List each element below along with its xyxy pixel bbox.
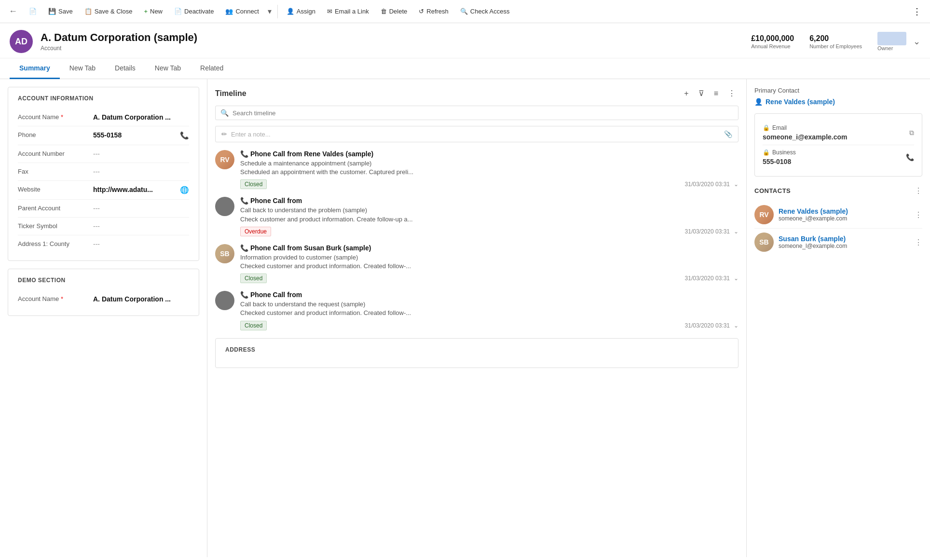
deactivate-button[interactable]: 📄 Deactivate [169, 5, 219, 18]
account-info-section: ACCOUNT INFORMATION Account Name * A. Da… [8, 87, 199, 261]
field-row-account-number: Account Number --- [18, 145, 189, 163]
timeline-item: RV 📞 Phone Call from Rene Valdes (sample… [215, 150, 739, 189]
save-close-button[interactable]: 📋 Save & Close [80, 5, 137, 18]
record-header: AD A. Datum Corporation (sample) Account… [0, 23, 930, 58]
field-row-fax: Fax --- [18, 163, 189, 181]
connect-button[interactable]: 👥 Connect [220, 5, 263, 18]
back-button[interactable]: ← [4, 3, 22, 19]
phone-call-icon: 📞 [240, 291, 248, 299]
note-placeholder-text[interactable]: Enter a note... [231, 131, 720, 138]
timeline-add-button[interactable]: + [681, 87, 691, 100]
phone-call-icon: 📞 [240, 150, 248, 158]
employees-value: 6,200 [809, 34, 862, 43]
primary-contact-link[interactable]: 👤 Rene Valdes (sample) [754, 98, 922, 106]
contact-name-susan[interactable]: Susan Burk (sample) [779, 235, 910, 243]
field-value-address-county[interactable]: --- [93, 240, 189, 248]
record-avatar: AD [10, 30, 33, 53]
primary-contact-label: Primary Contact [754, 87, 922, 94]
field-value-website[interactable]: http://www.adatu... [93, 186, 172, 193]
tab-newtab2[interactable]: New Tab [145, 58, 191, 79]
connect-icon: 👥 [225, 8, 233, 15]
owner-label: Owner [877, 45, 906, 51]
contact-item-more-susan[interactable]: ⋮ [915, 238, 922, 247]
timeline-list-button[interactable]: ≡ [711, 87, 721, 100]
paperclip-icon[interactable]: 📎 [724, 130, 732, 138]
contact-name-rene[interactable]: Rene Valdes (sample) [779, 207, 910, 215]
right-panel: Primary Contact 👤 Rene Valdes (sample) 🔒… [747, 79, 930, 557]
timeline-item-desc: Call back to understand the request (sam… [240, 300, 739, 317]
timeline-search-input[interactable] [232, 109, 733, 117]
contacts-title: CONTACTS [754, 187, 915, 194]
owner-avatar [877, 32, 906, 45]
field-value-account-name[interactable]: A. Datum Corporation ... [93, 113, 189, 121]
assign-button[interactable]: 👤 Assign [282, 5, 320, 18]
refresh-button[interactable]: ↺ Refresh [414, 5, 453, 18]
contact-info-susan: Susan Burk (sample) someone_l@example.co… [779, 235, 910, 249]
connect-dropdown-button[interactable]: ▾ [266, 4, 274, 19]
field-value-parent-account[interactable]: --- [93, 205, 189, 212]
owner-block: Owner ⌄ [877, 32, 920, 51]
expand-icon[interactable]: ⌄ [734, 275, 739, 282]
email-label: 🔒 Email [763, 124, 905, 131]
record-icon-button[interactable]: 📄 [24, 5, 41, 18]
save-close-icon: 📋 [84, 8, 92, 15]
delete-icon: 🗑 [381, 8, 387, 15]
record-title-block: A. Datum Corporation (sample) Account [41, 31, 743, 52]
contacts-more-button[interactable]: ⋮ [915, 186, 922, 195]
contact-item-more-rene[interactable]: ⋮ [915, 210, 922, 219]
address-section-title: ADDRESS [225, 346, 728, 353]
timeline-item-time: 31/03/2020 03:31 [685, 322, 730, 329]
timeline-item-desc: Schedule a maintenance appointment (samp… [240, 159, 739, 177]
field-value-fax[interactable]: --- [93, 168, 189, 176]
more-icon: ⋮ [913, 7, 921, 16]
status-badge: Closed [240, 273, 267, 283]
toolbar-divider [277, 5, 278, 18]
new-icon: + [144, 8, 148, 15]
tab-related[interactable]: Related [191, 58, 233, 79]
expand-icon[interactable]: ⌄ [734, 322, 739, 329]
contact-avatar-susan: SB [754, 232, 774, 252]
record-doc-icon: 📄 [29, 8, 37, 15]
tabs-bar: Summary New Tab Details New Tab Related [0, 58, 930, 79]
toolbar: ← 📄 💾 Save 📋 Save & Close + New 📄 Deacti… [0, 0, 930, 23]
field-value-account-number[interactable]: --- [93, 150, 189, 158]
new-button[interactable]: + New [139, 5, 167, 18]
field-row-account-name: Account Name * A. Datum Corporation ... [18, 109, 189, 126]
required-star: * [61, 114, 63, 121]
email-link-button[interactable]: ✉ Email a Link [322, 5, 374, 18]
tab-newtab1[interactable]: New Tab [60, 58, 105, 79]
annual-revenue-label: Annual Revenue [751, 43, 794, 49]
timeline-item-body: 📞 Phone Call from Call back to understan… [240, 291, 739, 330]
tab-details[interactable]: Details [105, 58, 145, 79]
email-copy-icon[interactable]: ⧉ [909, 129, 914, 137]
email-lock-icon: 🔒 [763, 124, 770, 131]
timeline-item-body: 📞 Phone Call from Rene Valdes (sample) S… [240, 150, 739, 189]
email-value: someone_i@example.com [763, 133, 905, 141]
contact-record-icon: 👤 [754, 98, 763, 106]
phone-icon[interactable]: 📞 [180, 131, 189, 140]
business-phone-icon[interactable]: 📞 [906, 153, 914, 161]
check-access-button[interactable]: 🔍 Check Access [455, 5, 515, 18]
timeline-more-button[interactable]: ⋮ [725, 87, 739, 100]
contacts-header: CONTACTS ⋮ [754, 186, 922, 195]
website-icon[interactable]: 🌐 [180, 186, 189, 194]
owner-chevron-icon[interactable]: ⌄ [913, 36, 920, 47]
status-badge: Closed [240, 179, 267, 189]
field-value-ticker-symbol[interactable]: --- [93, 222, 189, 230]
field-label-demo-account-name: Account Name * [18, 295, 85, 302]
field-row-phone: Phone 555-0158 📞 [18, 126, 189, 145]
field-value-demo-account-name[interactable]: A. Datum Corporation ... [93, 295, 189, 303]
tab-summary[interactable]: Summary [10, 58, 60, 79]
expand-icon[interactable]: ⌄ [734, 181, 739, 188]
timeline-filter-button[interactable]: ⊽ [696, 87, 707, 100]
more-actions-button[interactable]: ⋮ [908, 3, 926, 20]
expand-icon[interactable]: ⌄ [734, 228, 739, 235]
field-row-ticker-symbol: Ticker Symbol --- [18, 218, 189, 235]
assign-icon: 👤 [287, 8, 294, 15]
delete-button[interactable]: 🗑 Delete [376, 5, 412, 18]
field-value-phone[interactable]: 555-0158 [93, 131, 172, 139]
phone-call-icon: 📞 [240, 197, 248, 205]
annual-revenue-stat: £10,000,000 Annual Revenue [751, 34, 794, 49]
email-block: 🔒 Email someone_i@example.com [763, 124, 905, 141]
save-button[interactable]: 💾 Save [43, 5, 78, 18]
